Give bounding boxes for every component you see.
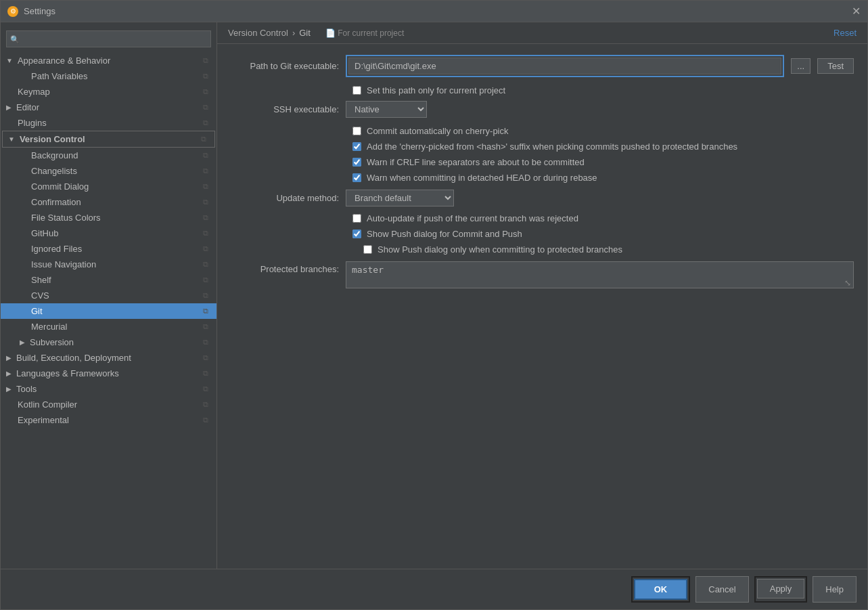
sidebar-label-plugins: Plugins [18,118,198,128]
detached-head-checkbox[interactable] [352,173,361,182]
breadcrumb-left: Version Control › Git 📄 For current proj… [228,28,404,38]
show-push-protected-row: Show Push dialog only when committing to… [231,244,854,255]
show-push-label: Show Push dialog for Commit and Push [367,229,522,239]
sidebar-item-experimental[interactable]: Experimental⧉ [1,412,216,428]
browse-button[interactable]: ... [791,58,810,74]
sidebar-item-editor[interactable]: ▶Editor⧉ [1,100,216,115]
reset-link[interactable]: Reset [833,28,856,38]
copy-icon-issue-navigation: ⧉ [203,260,208,269]
copy-icon-confirmation: ⧉ [203,198,208,206]
protected-input-wrap: master ⤡ [346,261,854,290]
sidebar-item-cvs[interactable]: CVS⧉ [1,288,216,303]
sidebar-label-experimental: Experimental [18,415,198,425]
help-button[interactable]: Help [813,576,856,603]
sidebar-label-file-status-colors: File Status Colors [31,213,198,223]
path-label: Path to Git executable: [231,61,339,71]
close-button[interactable]: ✕ [852,5,861,18]
show-push-row: Show Push dialog for Commit and Push [231,229,854,239]
cherry-picked-suffix-checkbox[interactable] [352,142,361,151]
sidebar-label-path-variables: Path Variables [31,71,198,81]
sidebar-item-tools[interactable]: ▶Tools⧉ [1,381,216,397]
copy-icon-tools: ⧉ [203,385,208,393]
apply-button[interactable]: Apply [757,579,805,598]
search-input[interactable] [6,30,211,47]
title-bar: ⚙ Settings ✕ [1,1,867,22]
sidebar-items-container: ▼Appearance & Behavior⧉Path Variables⧉Ke… [1,53,216,428]
copy-icon-appearance: ⧉ [203,56,208,65]
protected-branches-textarea[interactable]: master [346,261,854,288]
update-method-select[interactable]: Branch default Merge Rebase [346,190,454,206]
path-input[interactable] [348,58,781,74]
sidebar-item-plugins[interactable]: Plugins⧉ [1,115,216,131]
sidebar-item-file-status-colors[interactable]: File Status Colors⧉ [1,210,216,225]
detached-head-label: Warn when committing in detached HEAD or… [367,173,597,183]
main-panel: Version Control › Git 📄 For current proj… [217,22,867,569]
sidebar-label-git: Git [31,306,198,316]
sidebar-item-git[interactable]: Git⧉ [1,303,216,319]
sidebar-label-tools: Tools [16,384,198,394]
crlf-checkbox[interactable] [352,158,361,167]
copy-icon-shelf: ⧉ [203,276,208,284]
sidebar-label-confirmation: Confirmation [31,197,198,207]
sidebar-item-subversion[interactable]: ▶Subversion⧉ [1,334,216,350]
sidebar-label-keymap: Keymap [18,87,198,97]
sidebar-item-appearance[interactable]: ▼Appearance & Behavior⧉ [1,53,216,68]
ssh-select[interactable]: Native Built-in [346,101,427,118]
sidebar-label-appearance: Appearance & Behavior [18,56,198,66]
test-button[interactable]: Test [817,58,854,74]
copy-icon-experimental: ⧉ [203,416,208,424]
sidebar-item-languages[interactable]: ▶Languages & Frameworks⧉ [1,366,216,381]
sidebar-item-changelists[interactable]: Changelists⧉ [1,163,216,179]
crlf-row: Warn if CRLF line separators are about t… [231,157,854,167]
sidebar-item-commit-dialog[interactable]: Commit Dialog⧉ [1,179,216,194]
copy-icon-github: ⧉ [203,229,208,238]
set-path-checkbox[interactable] [352,86,361,95]
sidebar-item-kotlin-compiler[interactable]: Kotlin Compiler⧉ [1,397,216,412]
auto-update-checkbox[interactable] [352,214,361,223]
search-bar: 🔍 [6,30,211,47]
copy-icon-editor: ⧉ [203,103,208,112]
ok-button[interactable]: OK [634,579,688,600]
sidebar-item-confirmation[interactable]: Confirmation⧉ [1,194,216,210]
cherry-pick-row: Commit automatically on cherry-pick [231,126,854,136]
sidebar-item-background[interactable]: Background⧉ [1,148,216,163]
copy-icon-changelists: ⧉ [203,167,208,175]
title-bar-left: ⚙ Settings [7,6,55,17]
sidebar-item-build[interactable]: ▶Build, Execution, Deployment⧉ [1,350,216,366]
show-push-checkbox[interactable] [352,230,361,238]
copy-icon-mercurial: ⧉ [203,322,208,331]
arrow-icon: ▶ [20,339,25,346]
cancel-button[interactable]: Cancel [695,576,748,603]
protected-branches-row: Protected branches: master ⤡ [231,261,854,290]
sidebar-label-background: Background [31,150,198,160]
copy-icon-keymap: ⧉ [203,87,208,96]
settings-dialog: ⚙ Settings ✕ 🔍 ▼Appearance & Behavior⧉Pa… [0,0,868,610]
copy-icon-kotlin-compiler: ⧉ [203,400,208,409]
panel-content: Path to Git executable: ... Test Set thi… [217,44,867,569]
sidebar-label-shelf: Shelf [31,275,198,285]
path-input-wrap [346,55,784,77]
detached-head-row: Warn when committing in detached HEAD or… [231,173,854,183]
sidebar-label-languages: Languages & Frameworks [16,368,198,378]
sidebar-label-subversion: Subversion [30,337,198,347]
ssh-row: SSH executable: Native Built-in [231,101,854,118]
copy-icon-background: ⧉ [203,151,208,160]
breadcrumb-separator: › [292,28,295,38]
copy-icon-file-status-colors: ⧉ [203,213,208,222]
sidebar-item-version-control[interactable]: ▼Version Control⧉ [2,131,215,148]
update-method-label: Update method: [231,193,339,203]
sidebar-item-mercurial[interactable]: Mercurial⧉ [1,319,216,334]
sidebar-item-path-variables[interactable]: Path Variables⧉ [1,68,216,84]
sidebar-item-github[interactable]: GitHub⧉ [1,225,216,241]
show-push-protected-checkbox[interactable] [363,245,372,254]
sidebar-item-shelf[interactable]: Shelf⧉ [1,272,216,288]
show-push-protected-label: Show Push dialog only when committing to… [378,244,622,255]
cherry-pick-label: Commit automatically on cherry-pick [367,126,509,136]
sidebar-item-ignored-files[interactable]: Ignored Files⧉ [1,241,216,257]
cherry-pick-checkbox[interactable] [352,127,361,135]
copy-icon-ignored-files: ⧉ [203,244,208,253]
sidebar-item-keymap[interactable]: Keymap⧉ [1,84,216,100]
sidebar-item-issue-navigation[interactable]: Issue Navigation⧉ [1,257,216,272]
sidebar-label-kotlin-compiler: Kotlin Compiler [18,399,198,410]
expand-icon: ⤡ [844,278,851,288]
